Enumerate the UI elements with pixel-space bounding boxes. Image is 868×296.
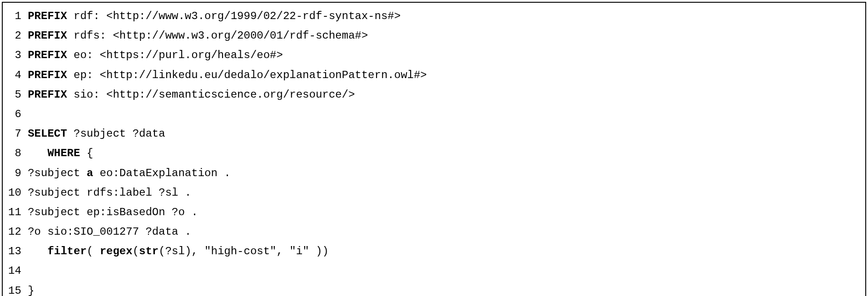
text-token: } xyxy=(28,285,34,296)
code-content: PREFIX rdfs: <http://www.w3.org/2000/01/… xyxy=(28,26,368,45)
line-number: 14 xyxy=(8,261,21,281)
line-number: 2 xyxy=(8,26,21,45)
code-content: } xyxy=(28,281,34,296)
text-token: ( xyxy=(87,245,100,257)
line-number: 15 xyxy=(8,281,21,296)
code-line: 3PREFIX eo: <https://purl.org/heals/eo#> xyxy=(8,45,860,65)
code-listing: 1PREFIX rdf: <http://www.w3.org/1999/02/… xyxy=(2,2,866,296)
code-content: PREFIX eo: <https://purl.org/heals/eo#> xyxy=(28,45,283,65)
code-content: PREFIX rdf: <http://www.w3.org/1999/02/2… xyxy=(28,6,401,26)
keyword-token: SELECT xyxy=(28,128,67,140)
code-line: 6 xyxy=(8,104,860,124)
code-line: 8 WHERE { xyxy=(8,143,860,163)
code-content: ?subject ep:isBasedOn ?o . xyxy=(28,202,198,222)
keyword-token: regex xyxy=(100,245,133,257)
code-content: SELECT ?subject ?data xyxy=(28,124,165,143)
code-line: 14 xyxy=(8,261,860,281)
text-token: sio: <http://semanticscience.org/resourc… xyxy=(67,89,355,101)
text-token: rdfs: <http://www.w3.org/2000/01/rdf-sch… xyxy=(67,30,368,42)
text-token: ?subject xyxy=(28,167,87,179)
line-number: 10 xyxy=(8,183,21,202)
text-token: eo:DataExplanation . xyxy=(93,167,230,179)
keyword-token: WHERE xyxy=(47,147,80,159)
code-content: PREFIX ep: <http://linkedu.eu/dedalo/exp… xyxy=(28,65,427,85)
text-token: ?subject ?data xyxy=(67,128,165,140)
text-token: { xyxy=(80,147,93,159)
code-content: WHERE { xyxy=(28,143,93,163)
code-line: 4PREFIX ep: <http://linkedu.eu/dedalo/ex… xyxy=(8,65,860,85)
code-content: ?subject rdfs:label ?sl . xyxy=(28,183,191,202)
code-line: 1PREFIX rdf: <http://www.w3.org/1999/02/… xyxy=(8,6,860,26)
code-line: 15} xyxy=(8,281,860,296)
line-number: 6 xyxy=(8,104,21,124)
line-number: 4 xyxy=(8,65,21,85)
code-content: PREFIX sio: <http://semanticscience.org/… xyxy=(28,85,355,104)
keyword-token: PREFIX xyxy=(28,49,67,61)
code-content: ?o sio:SIO_001277 ?data . xyxy=(28,222,191,242)
code-line: 5PREFIX sio: <http://semanticscience.org… xyxy=(8,85,860,104)
line-number: 5 xyxy=(8,85,21,104)
line-number: 9 xyxy=(8,163,21,183)
code-line: 13 filter( regex(str(?sl), "high-cost", … xyxy=(8,242,860,261)
code-line: 12?o sio:SIO_001277 ?data . xyxy=(8,222,860,242)
keyword-token: PREFIX xyxy=(28,89,67,101)
line-number: 7 xyxy=(8,124,21,143)
keyword-token: PREFIX xyxy=(28,69,67,81)
line-number: 3 xyxy=(8,45,21,65)
text-token xyxy=(28,245,47,257)
keyword-token: a xyxy=(87,167,93,179)
line-number: 1 xyxy=(8,6,21,26)
line-number: 12 xyxy=(8,222,21,242)
code-line: 7SELECT ?subject ?data xyxy=(8,124,860,143)
text-token: ?subject ep:isBasedOn ?o . xyxy=(28,206,198,218)
text-token: rdf: <http://www.w3.org/1999/02/22-rdf-s… xyxy=(67,10,401,22)
text-token: (?sl), "high-cost", "i" )) xyxy=(159,245,328,257)
text-token: eo: <https://purl.org/heals/eo#> xyxy=(67,49,283,61)
text-token xyxy=(28,147,47,159)
keyword-token: PREFIX xyxy=(28,10,67,22)
text-token: ?o sio:SIO_001277 ?data . xyxy=(28,226,191,238)
code-line: 9?subject a eo:DataExplanation . xyxy=(8,163,860,183)
code-line: 11?subject ep:isBasedOn ?o . xyxy=(8,202,860,222)
text-token: ( xyxy=(133,245,139,257)
keyword-token: str xyxy=(139,245,159,257)
line-number: 11 xyxy=(8,202,21,222)
code-content: filter( regex(str(?sl), "high-cost", "i"… xyxy=(28,242,329,261)
code-line: 2PREFIX rdfs: <http://www.w3.org/2000/01… xyxy=(8,26,860,45)
line-number: 8 xyxy=(8,143,21,163)
line-number: 13 xyxy=(8,242,21,261)
code-content: ?subject a eo:DataExplanation . xyxy=(28,163,230,183)
keyword-token: PREFIX xyxy=(28,30,67,42)
text-token: ep: <http://linkedu.eu/dedalo/explanatio… xyxy=(67,69,427,81)
text-token: ?subject rdfs:label ?sl . xyxy=(28,187,191,199)
keyword-token: filter xyxy=(47,245,86,257)
code-line: 10?subject rdfs:label ?sl . xyxy=(8,183,860,202)
